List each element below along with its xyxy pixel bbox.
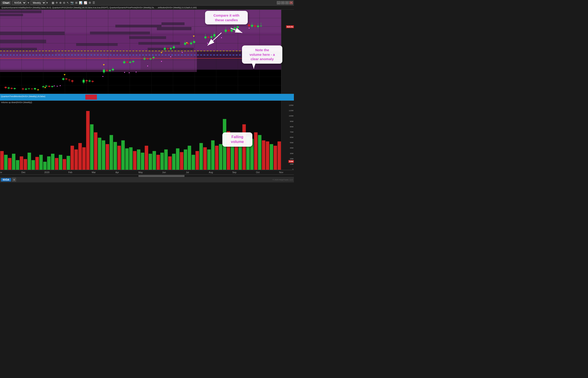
vol-tick-50: 50M [290,142,293,144]
period-selector[interactable]: Weekly [31,1,46,5]
restore-button[interactable]: □ [281,1,285,4]
annotation-volume-anomaly: Note thevolume here - aclear anomaly [242,45,282,64]
yellow-dashed-line [0,51,281,51]
grid-icon[interactable]: ⊞ [75,1,78,4]
toolbar: ▦ ✛ ⊕ ⊖ ↖ 📷 ⊞ 📊 📈 ⚙ ☰ [52,1,95,4]
indicator-text: QuantumDynamicVolatility(NVDA (Weekly),f… [1,6,197,9]
vol-tick-110: 110M [289,109,293,112]
maximize-button[interactable]: □ [285,1,289,4]
camera-icon[interactable]: 📷 [70,1,74,4]
nvda-tab[interactable]: NVDA [1,178,11,181]
current-vol-label: 53M [288,160,294,163]
title-bar: Chart NVDA ▼ Weekly ▼ ▦ ✛ ⊕ ⊖ ↖ 📷 ⊞ 📊 📈 … [0,0,294,6]
candle-icon[interactable]: 📊 [79,1,82,4]
arrow-icon[interactable]: ↖ [67,1,69,4]
vol-tick-70: 70M [290,131,293,133]
chart-label: Chart [1,1,11,5]
bar-chart-icon[interactable]: ▦ [52,1,54,4]
vol-tick-40: 40M [290,147,293,149]
minimize-button[interactable]: _ [277,1,281,4]
volume-axis: 120M110M100M90M80M70M60M50M40M30M20M10M0 [281,101,294,170]
trend-red-block [85,94,97,100]
zoom-in-icon[interactable]: ⊕ [59,1,62,4]
copyright-text: © 2020 NinjaTrader, LLC [273,179,293,181]
price-axis-labels [281,10,294,94]
trend-label: QuantumTrendMonitor(NVDA (Weekly),20,fal… [1,95,45,97]
add-tab-button[interactable]: + [12,177,16,182]
vol-tick-60: 60M [290,136,293,138]
vol-tick-20: 20M [290,158,293,160]
histogram-label: Volume up down(NVDA (Weekly)) [1,101,32,104]
scrollbar[interactable] [0,175,294,177]
menu-icon[interactable]: ☰ [93,1,95,4]
window-controls: _ □ □ ✕ [277,1,293,4]
annotation-falling-volume: Fallingvolume [222,132,252,147]
line-icon[interactable]: 📈 [84,1,87,4]
vol-tick-120: 120M [289,104,293,106]
time-axis [0,170,294,175]
time-axis-canvas [0,170,294,174]
tab-bar: NVDA + © 2020 NinjaTrader, LLC [0,177,294,182]
close-button[interactable]: ✕ [289,1,293,4]
price-panel: 600.00580.00560.00540.00500.00480.00460.… [0,10,294,94]
blue-dashed-line [0,55,281,55]
red-solid-line [0,58,281,59]
vol-tick-100: 100M [289,115,293,117]
trend-monitor-panel: QuantumTrendMonitor(NVDA (Weekly),20,fal… [0,94,294,101]
vol-tick-0: 0 [292,168,293,170]
vol-tick-30: 30M [290,152,293,155]
settings-icon[interactable]: ⚙ [89,1,91,4]
vol-tick-90: 90M [290,120,293,122]
scrollbar-thumb[interactable] [138,175,185,177]
symbol-selector[interactable]: NVDA [12,1,26,5]
indicator-bar: QuantumDynamicVolatility(NVDA (Weekly),f… [0,6,294,10]
annotation-compare-candles: Compare it withthese candles [205,11,248,25]
vol-tick-10: 10M [290,163,293,165]
vol-tick-80: 80M [290,126,293,128]
zoom-out-icon[interactable]: ⊖ [63,1,65,4]
histogram-panel: Volume up down(NVDA (Weekly)) 120M110M10… [0,101,294,170]
current-price-label: 523.51 [286,25,294,28]
cursor-icon[interactable]: ✛ [55,1,58,4]
